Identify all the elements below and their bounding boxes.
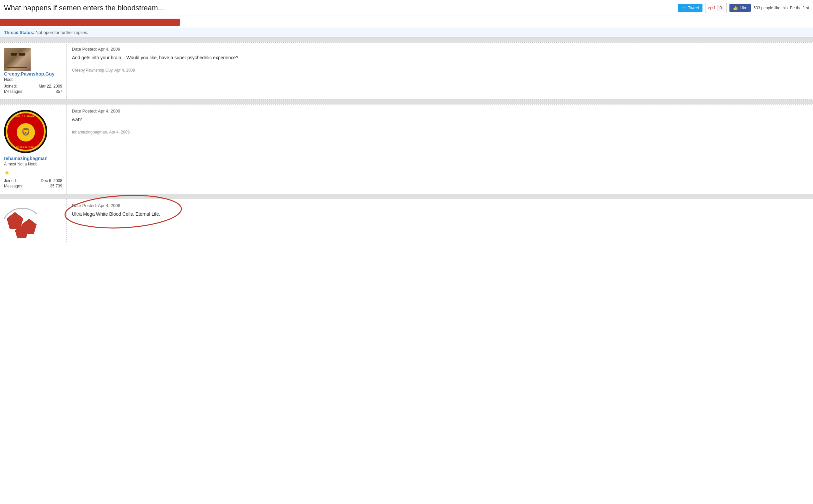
page-header: What happens if semen enters the bloodst… [0,0,813,16]
post-2-joined-value: Dec 6, 2008 [26,178,62,183]
post-1-messages-value: 357 [26,89,62,94]
bird-icon: 🐦 [681,5,686,10]
post-2-footer: tehamazingbagman, Apr 4, 2009 [72,130,808,134]
post-2-content: Date Posted: Apr 4, 2009 wat? tehamazing… [67,105,813,194]
post-2-messages-label: Messages: [4,184,23,188]
post-1-date: Date Posted: Apr 4, 2009 [72,47,808,52]
post-1-joined-label: Joined: [4,84,23,89]
like-count-text: 533 people like this. Be the first [753,6,809,10]
post-1-sidebar: Creepy.Pawnshop.Guy Noob Joined: Mar 22,… [0,43,67,99]
post-1-messages-label: Messages: [4,89,23,94]
post-1-underlined-text: super psychedelic experience? [174,55,238,60]
post-3-text: Ultra Mega White Blood Cells. Eternal Li… [72,211,808,218]
gplus-button[interactable]: g+1 0 [705,3,727,13]
post-3-content: Date Posted: Apr 4, 2009 Ultra Mega Whit… [67,199,813,243]
post-3-date: Date Posted: Apr 4, 2009 [72,203,808,208]
breadcrumb-bar [0,16,813,28]
thumbs-up-icon: 👍 [733,5,738,10]
post-2-rank: Almost Not a Noob [4,162,62,166]
post-2-messages-value: 35,739 [26,184,62,188]
gplus-icon: g+1 [708,5,716,10]
section-divider-2 [0,100,813,104]
post-2-star: ★ [4,168,62,176]
post-2: KING OF SPORTS 🦁 NEW JAPAN PRO-WRESTLING… [0,104,813,194]
like-button[interactable]: 👍 Like [729,4,751,12]
post-1: Creepy.Pawnshop.Guy Noob Joined: Mar 22,… [0,42,813,100]
post-1-content: Date Posted: Apr 4, 2009 And gets into y… [67,43,813,99]
post-2-sidebar: KING OF SPORTS 🦁 NEW JAPAN PRO-WRESTLING… [0,105,67,194]
avatar-post3 [4,204,37,238]
thread-status-value: Not open for further replies. [36,30,88,35]
thread-status-label: Thread Status: [4,30,34,35]
social-buttons: 🐦 Tweet g+1 0 👍 Like 533 people like thi… [678,3,809,13]
section-divider-3 [0,194,813,199]
post-1-joined-value: Mar 22, 2009 [26,84,62,89]
post-3: Date Posted: Apr 4, 2009 Ultra Mega Whit… [0,199,813,243]
post-1-footer: Creepy.Pawnshop.Guy, Apr 4, 2009 [72,68,808,73]
post-1-meta: Joined: Mar 22, 2009 Messages: 357 [4,84,62,94]
avatar-creepy-pawnshop [4,48,31,71]
post-2-text: wat? [72,116,808,123]
redacted-breadcrumb [0,19,180,26]
avatar-njpw: KING OF SPORTS 🦁 NEW JAPAN PRO-WRESTLING [4,110,47,153]
page-title: What happens if semen enters the bloodst… [4,4,678,12]
post-1-rank: Noob [4,77,62,82]
post-1-username[interactable]: Creepy.Pawnshop.Guy [4,71,62,77]
section-divider-1 [0,38,813,42]
post-1-text: And gets into your brain... Would you li… [72,54,808,61]
post-2-joined-label: Joined: [4,178,23,183]
tweet-button[interactable]: 🐦 Tweet [678,4,703,12]
post-3-sidebar [0,199,67,243]
lion-icon: 🦁 [21,128,30,136]
post-2-meta: Joined: Dec 6, 2008 Messages: 35,739 [4,178,62,188]
post-2-username[interactable]: tehamazingbagman [4,156,62,161]
post-2-date: Date Posted: Apr 4, 2009 [72,109,808,114]
thread-status-bar: Thread Status: Not open for further repl… [0,28,813,38]
